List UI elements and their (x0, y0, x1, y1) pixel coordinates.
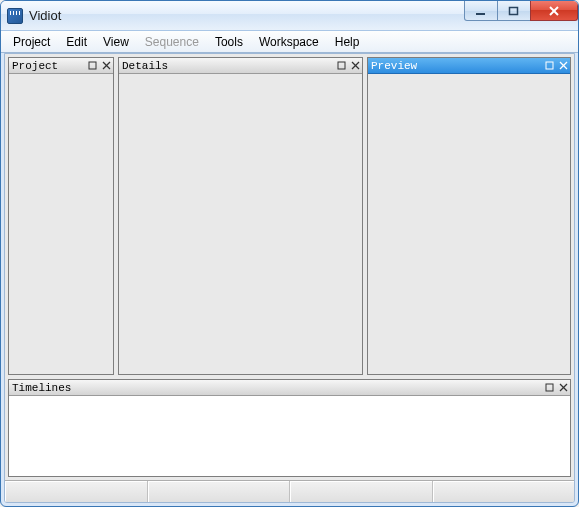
menu-project[interactable]: Project (5, 31, 58, 52)
close-icon (559, 383, 568, 392)
statusbar (5, 480, 574, 502)
maximize-icon (508, 6, 520, 16)
svg-rect-13 (546, 384, 553, 391)
project-panel-maximize-button[interactable] (86, 60, 98, 72)
timelines-panel-header[interactable]: Timelines (9, 380, 570, 396)
timelines-panel-close-button[interactable] (557, 382, 569, 394)
svg-rect-0 (476, 13, 485, 15)
timelines-row: Timelines (5, 377, 574, 480)
close-icon (102, 61, 111, 70)
status-cell-4 (432, 481, 575, 502)
status-cell-2 (147, 481, 290, 502)
menu-tools[interactable]: Tools (207, 31, 251, 52)
preview-panel-header[interactable]: Preview (368, 58, 570, 74)
preview-panel-title: Preview (371, 60, 417, 72)
project-panel-body[interactable] (9, 74, 113, 374)
minimize-icon (475, 6, 487, 16)
svg-rect-7 (338, 62, 345, 69)
close-icon (548, 6, 560, 16)
close-icon (559, 61, 568, 70)
preview-panel-controls (543, 58, 569, 73)
timelines-panel: Timelines (8, 379, 571, 477)
details-panel-header[interactable]: Details (119, 58, 362, 74)
window-controls (465, 1, 578, 21)
menubar: Project Edit View Sequence Tools Workspa… (1, 31, 578, 53)
project-panel-controls (86, 58, 112, 73)
svg-rect-10 (546, 62, 553, 69)
top-panel-row: Project Details (5, 54, 574, 377)
menu-help[interactable]: Help (327, 31, 368, 52)
svg-rect-1 (510, 7, 518, 14)
details-panel-maximize-button[interactable] (335, 60, 347, 72)
maximize-icon (545, 383, 554, 392)
details-panel-title: Details (122, 60, 168, 72)
status-cell-1 (5, 481, 147, 502)
preview-panel: Preview (367, 57, 571, 375)
close-icon (351, 61, 360, 70)
preview-panel-close-button[interactable] (557, 60, 569, 72)
app-window: Vidiot Project Edit View Sequence Tools … (0, 0, 579, 507)
project-panel-close-button[interactable] (100, 60, 112, 72)
project-panel-title: Project (12, 60, 58, 72)
details-panel: Details (118, 57, 363, 375)
maximize-button[interactable] (497, 1, 531, 21)
menu-workspace[interactable]: Workspace (251, 31, 327, 52)
preview-panel-body[interactable] (368, 74, 570, 374)
svg-rect-4 (89, 62, 96, 69)
project-panel: Project (8, 57, 114, 375)
maximize-icon (545, 61, 554, 70)
details-panel-close-button[interactable] (349, 60, 361, 72)
timelines-panel-maximize-button[interactable] (543, 382, 555, 394)
status-cell-3 (289, 481, 432, 502)
close-button[interactable] (530, 1, 578, 21)
client-area: Project Details (4, 53, 575, 503)
timelines-panel-body[interactable] (9, 396, 570, 476)
details-panel-body[interactable] (119, 74, 362, 374)
timelines-panel-controls (543, 380, 569, 395)
maximize-icon (337, 61, 346, 70)
details-panel-controls (335, 58, 361, 73)
preview-panel-maximize-button[interactable] (543, 60, 555, 72)
menu-sequence: Sequence (137, 31, 207, 52)
project-panel-header[interactable]: Project (9, 58, 113, 74)
minimize-button[interactable] (464, 1, 498, 21)
menu-edit[interactable]: Edit (58, 31, 95, 52)
maximize-icon (88, 61, 97, 70)
titlebar[interactable]: Vidiot (1, 1, 578, 31)
timelines-panel-title: Timelines (12, 382, 71, 394)
app-icon (7, 8, 23, 24)
menu-view[interactable]: View (95, 31, 137, 52)
window-title: Vidiot (29, 8, 61, 23)
